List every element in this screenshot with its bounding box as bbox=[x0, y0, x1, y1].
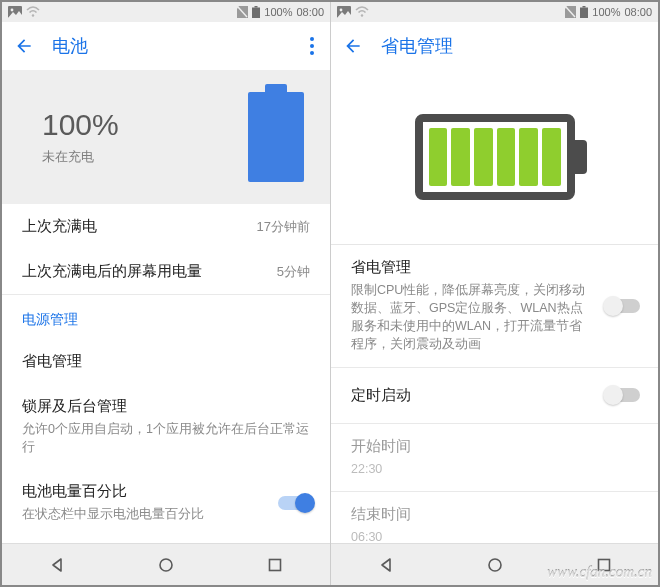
svg-point-6 bbox=[160, 559, 172, 571]
battery-icon bbox=[252, 6, 260, 18]
battery-icon bbox=[580, 6, 588, 18]
battery-charging-status: 未在充电 bbox=[42, 148, 228, 166]
description: 允许0个应用自启动，1个应用被允许在后台正常运行 bbox=[22, 420, 310, 456]
content-battery: 100% 未在充电 上次充满电 17分钟前 上次充满电后的屏幕用电量 5分钟 电… bbox=[2, 70, 330, 543]
label: 省电管理 bbox=[22, 352, 310, 371]
nav-recent-icon[interactable] bbox=[265, 555, 285, 575]
battery-shell-icon bbox=[415, 114, 575, 200]
row-auto-brightness[interactable]: 自动调节亮度 根据环境光线情况优化亮度 bbox=[2, 536, 330, 543]
status-battery-pct: 100% bbox=[592, 6, 620, 18]
toggle-battery-percentage[interactable] bbox=[278, 496, 312, 510]
pane-power-save: 100% 08:00 省电管理 省电管理 限制CPU性能，降低屏幕亮度，关闭移动… bbox=[330, 2, 658, 585]
row-power-save-mode[interactable]: 省电管理 限制CPU性能，降低屏幕亮度，关闭移动数据、蓝牙、GPS定位服务、WL… bbox=[331, 245, 658, 367]
page-title: 省电管理 bbox=[381, 34, 646, 58]
row-last-full-charge[interactable]: 上次充满电 17分钟前 bbox=[2, 204, 330, 249]
row-end-time: 结束时间 06:30 bbox=[331, 492, 658, 543]
svg-point-9 bbox=[340, 9, 343, 12]
description: 在状态栏中显示电池电量百分比 bbox=[22, 505, 262, 523]
toggle-scheduled-enable[interactable] bbox=[606, 388, 640, 402]
wifi-off-icon bbox=[26, 6, 40, 18]
nav-recent-icon[interactable] bbox=[594, 555, 614, 575]
label: 锁屏及后台管理 bbox=[22, 397, 310, 416]
svg-rect-12 bbox=[580, 8, 588, 19]
row-battery-percentage[interactable]: 电池电量百分比 在状态栏中显示电池电量百分比 bbox=[2, 469, 330, 536]
navigation-bar bbox=[331, 543, 658, 585]
label: 上次充满电 bbox=[22, 217, 97, 236]
row-scheduled-enable[interactable]: 定时启动 bbox=[331, 368, 658, 423]
label: 电池电量百分比 bbox=[22, 482, 262, 501]
row-start-time: 开始时间 22:30 bbox=[331, 424, 658, 491]
svg-point-14 bbox=[489, 559, 501, 571]
toggle-power-save-mode[interactable] bbox=[606, 299, 640, 313]
appbar-battery: 电池 bbox=[2, 22, 330, 70]
svg-rect-5 bbox=[255, 6, 258, 8]
svg-rect-15 bbox=[598, 559, 609, 570]
svg-point-2 bbox=[32, 14, 34, 16]
label: 结束时间 bbox=[351, 505, 638, 524]
row-screen-usage-since-full[interactable]: 上次充满电后的屏幕用电量 5分钟 bbox=[2, 249, 330, 294]
label: 开始时间 bbox=[351, 437, 638, 456]
pane-battery: 100% 08:00 电池 100% 未在充电 上次充满电 17分钟前 bbox=[2, 2, 330, 585]
battery-hero: 100% 未在充电 bbox=[2, 70, 330, 204]
row-lock-background-management[interactable]: 锁屏及后台管理 允许0个应用自启动，1个应用被允许在后台正常运行 bbox=[2, 384, 330, 469]
svg-rect-4 bbox=[252, 8, 260, 19]
status-battery-pct: 100% bbox=[264, 6, 292, 18]
status-bar: 100% 08:00 bbox=[2, 2, 330, 22]
battery-hero-graphic bbox=[331, 70, 658, 245]
content-power-save: 省电管理 限制CPU性能，降低屏幕亮度，关闭移动数据、蓝牙、GPS定位服务、WL… bbox=[331, 70, 658, 543]
battery-large-icon bbox=[248, 92, 304, 182]
description: 限制CPU性能，降低屏幕亮度，关闭移动数据、蓝牙、GPS定位服务、WLAN热点服… bbox=[351, 281, 590, 354]
row-power-save-management[interactable]: 省电管理 bbox=[2, 339, 330, 384]
label: 省电管理 bbox=[351, 258, 590, 277]
label: 上次充满电后的屏幕用电量 bbox=[22, 262, 202, 281]
wifi-off-icon bbox=[355, 6, 369, 18]
value: 22:30 bbox=[351, 460, 638, 478]
section-power-management: 电源管理 bbox=[2, 295, 330, 339]
overflow-menu-icon[interactable] bbox=[310, 37, 318, 55]
photo-icon bbox=[8, 6, 22, 18]
svg-rect-13 bbox=[583, 6, 586, 8]
back-icon[interactable] bbox=[14, 36, 34, 56]
label: 定时启动 bbox=[351, 386, 590, 405]
value: 5分钟 bbox=[277, 263, 310, 281]
nav-back-icon[interactable] bbox=[47, 555, 67, 575]
battery-percentage-large: 100% bbox=[42, 108, 228, 142]
no-sim-icon bbox=[565, 6, 576, 18]
svg-point-10 bbox=[361, 14, 363, 16]
no-sim-icon bbox=[237, 6, 248, 18]
status-time: 08:00 bbox=[296, 6, 324, 18]
value: 06:30 bbox=[351, 528, 638, 543]
nav-home-icon[interactable] bbox=[485, 555, 505, 575]
value: 17分钟前 bbox=[257, 218, 310, 236]
appbar-power-save: 省电管理 bbox=[331, 22, 658, 70]
photo-icon bbox=[337, 6, 351, 18]
back-icon[interactable] bbox=[343, 36, 363, 56]
status-time: 08:00 bbox=[624, 6, 652, 18]
navigation-bar bbox=[2, 543, 330, 585]
page-title: 电池 bbox=[52, 34, 292, 58]
nav-home-icon[interactable] bbox=[156, 555, 176, 575]
svg-point-1 bbox=[11, 9, 14, 12]
status-bar: 100% 08:00 bbox=[331, 2, 658, 22]
svg-rect-7 bbox=[270, 559, 281, 570]
nav-back-icon[interactable] bbox=[376, 555, 396, 575]
